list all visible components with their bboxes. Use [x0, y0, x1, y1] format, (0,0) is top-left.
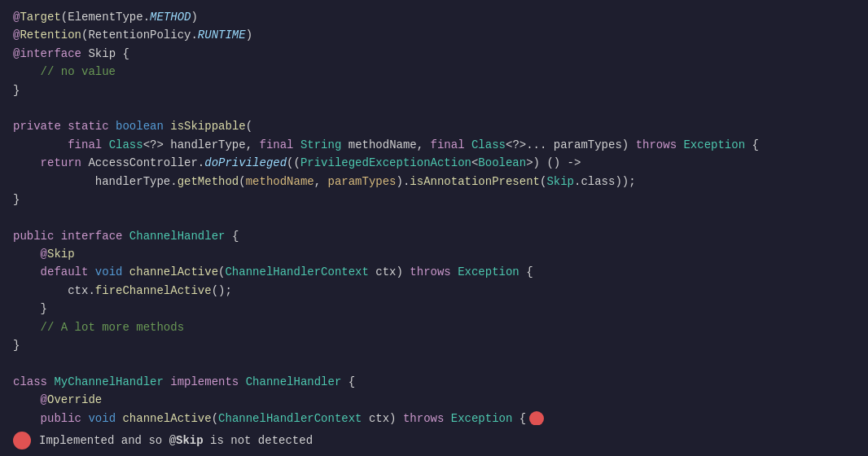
code-line-10: handlerType.getMethod(methodName, paramT… — [13, 173, 855, 191]
code-line-1: @Target(ElementType.METHOD) — [13, 8, 855, 26]
code-line-8: final Class<?> handlerType, final String… — [13, 136, 855, 154]
code-editor: @Target(ElementType.METHOD) @Retention(R… — [0, 0, 868, 456]
code-line-13: public interface ChannelHandler { — [13, 227, 855, 245]
code-line-16: ctx.fireChannelActive(); — [13, 282, 855, 300]
status-text: Implemented and so @Skip is not detected — [39, 434, 313, 447]
code-line-7: private static boolean isSkippable( — [13, 117, 855, 135]
status-dot-icon — [13, 432, 31, 449]
code-line-9: return AccessController.doPrivileged((Pr… — [13, 154, 855, 172]
code-line-3: @interface Skip { — [13, 45, 855, 63]
code-line-2: @Retention(RetentionPolicy.RUNTIME) — [13, 26, 855, 44]
status-text-suffix: is not detected — [204, 434, 313, 447]
code-line-21: class MyChannelHandler implements Channe… — [13, 373, 855, 391]
at-sign-1: @ — [13, 8, 20, 26]
empty-line-2 — [13, 208, 855, 226]
code-line-17: } — [13, 300, 855, 318]
code-line-19: } — [13, 336, 855, 354]
code-line-15: default void channelActive(ChannelHandle… — [13, 263, 855, 281]
code-line-5: } — [13, 81, 855, 99]
code-line-22: @Override — [13, 391, 855, 409]
status-text-highlight: @Skip — [169, 434, 204, 447]
status-bar: Implemented and so @Skip is not detected — [0, 425, 868, 456]
empty-line-1 — [13, 99, 855, 117]
red-dot-line23 — [529, 411, 544, 426]
code-line-4: // no value — [13, 63, 855, 81]
code-line-14: @Skip — [13, 245, 855, 263]
code-line-11: } — [13, 191, 855, 208]
status-text-prefix: Implemented and so — [39, 434, 169, 447]
empty-line-3 — [13, 354, 855, 372]
code-line-18: // A lot more methods — [13, 318, 855, 336]
